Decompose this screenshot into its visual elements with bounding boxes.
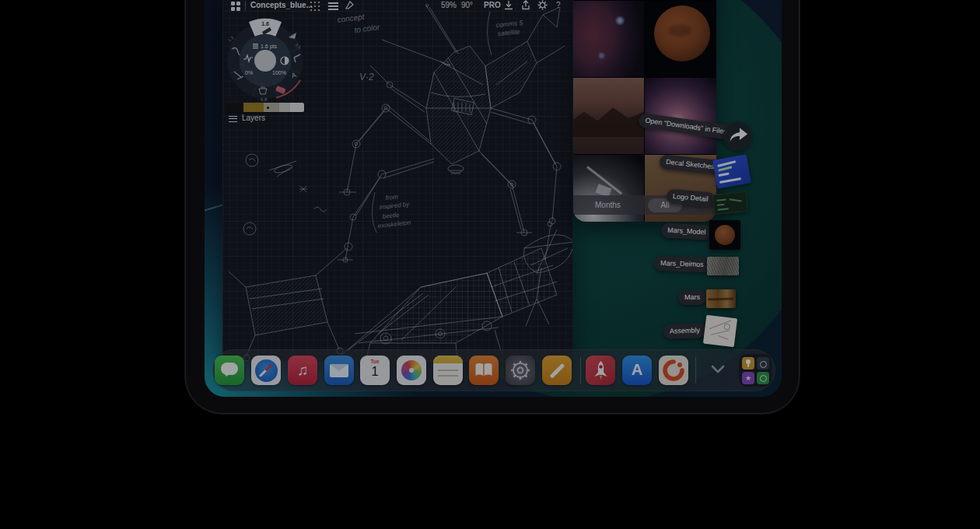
annotation-exo: exoskeleton <box>377 219 411 229</box>
dock-divider-2 <box>695 357 696 384</box>
drag-thumb-mars-model[interactable] <box>709 220 740 250</box>
dock-music-icon[interactable]: ♫ <box>288 356 317 385</box>
dock-suggestions-cluster[interactable]: ★ <box>739 354 772 387</box>
concepts-toolbar: Concepts_blue... 59% 90° PRO <box>222 0 572 15</box>
share-drop-icon[interactable] <box>723 122 752 151</box>
menu-icon[interactable] <box>328 2 338 10</box>
rotation-angle[interactable]: 90° <box>461 1 473 9</box>
dock-photos-icon[interactable] <box>397 356 426 385</box>
dock-safari-icon[interactable] <box>251 356 281 385</box>
pen-tool-icon[interactable] <box>345 0 355 10</box>
drag-thumb-assembly[interactable] <box>703 315 737 348</box>
import-icon[interactable] <box>504 0 513 10</box>
photo-mars-globe[interactable] <box>645 1 716 77</box>
dock-rocket-icon[interactable] <box>586 356 615 385</box>
drag-label-assembly[interactable]: Assembly <box>663 323 707 339</box>
annotation-tocolor: to color <box>354 23 381 34</box>
photos-app-window: Months All <box>573 0 716 222</box>
pro-badge[interactable]: PRO <box>484 1 501 9</box>
dock-books-icon[interactable] <box>469 356 499 385</box>
photo-mars-landscape[interactable] <box>573 78 644 154</box>
photo-grid <box>573 1 716 222</box>
annotation-satellite: satellite <box>497 27 520 37</box>
document-title[interactable]: Concepts_blue... <box>250 1 313 9</box>
mini-camera-icon <box>757 357 769 370</box>
annotation-inspired: inspired by <box>379 201 410 211</box>
layers-icon <box>229 116 237 122</box>
dock-settings-icon[interactable] <box>506 356 535 385</box>
help-icon[interactable]: ? <box>556 1 561 9</box>
ipad-device: concept to color V·2 comms 5 satellite f… <box>185 0 800 414</box>
home-grid-icon[interactable] <box>231 2 240 11</box>
tool-wheel[interactable]: 1.6 1.3 3.5 A <box>222 16 308 103</box>
zoom-level[interactable]: 59% <box>441 1 457 9</box>
layers-button[interactable]: Layers <box>229 113 283 125</box>
dock-messages-icon[interactable] <box>215 356 244 385</box>
ipad-screen: concept to color V·2 comms 5 satellite f… <box>205 0 782 397</box>
wheel-bottom-size: 6.8 <box>261 97 268 102</box>
drag-label-mars-model[interactable]: Mars_Model <box>661 222 712 240</box>
annotation-beetle: beetle <box>382 212 400 220</box>
dock-pages-icon[interactable] <box>542 356 572 385</box>
drag-label-mars[interactable]: Mars <box>678 290 706 305</box>
concepts-app-window: concept to color V·2 comms 5 satellite f… <box>222 0 572 362</box>
stage: concept to color V·2 comms 5 satellite f… <box>0 0 980 529</box>
wheel-size-label: 1.6 pts <box>261 44 278 50</box>
color-palette-bar[interactable] <box>226 103 304 112</box>
annotation-v2: V·2 <box>359 72 374 82</box>
grid-settings-icon[interactable] <box>310 2 320 11</box>
drag-thumb-decal[interactable] <box>712 154 751 188</box>
dock-notes-icon[interactable] <box>433 356 463 385</box>
photo-horsehead-nebula[interactable] <box>573 1 644 77</box>
drag-thumb-mars-deimos[interactable] <box>707 257 739 275</box>
dock-concepts-icon[interactable] <box>659 356 688 385</box>
drag-thumb-logo[interactable] <box>712 191 748 215</box>
wheel-opacity-max: 100% <box>272 70 286 75</box>
mini-green-icon <box>757 372 769 384</box>
dock-calendar-icon[interactable]: Tue 1 <box>360 356 390 385</box>
segment-months[interactable]: Months <box>595 201 621 209</box>
annotation-from: from <box>385 193 398 201</box>
calendar-day: 1 <box>360 364 390 380</box>
calendar-weekday: Tue <box>360 359 390 364</box>
dock-chevron-down[interactable] <box>710 363 726 374</box>
mini-star-icon: ★ <box>742 372 754 384</box>
dock-mail-icon[interactable] <box>324 356 354 385</box>
drag-thumb-mars[interactable] <box>706 289 736 308</box>
mini-tips-icon <box>742 357 754 370</box>
settings-gear-icon[interactable] <box>537 0 548 10</box>
wheel-opacity-min: 0% <box>245 70 253 75</box>
export-icon[interactable] <box>521 0 530 10</box>
layers-label: Layers <box>242 114 265 122</box>
wheel-selected-size: 1.6 <box>261 21 269 26</box>
dock-appstore-icon[interactable]: A <box>622 356 652 385</box>
drag-label-mars-deimos[interactable]: Mars_Deimos <box>654 256 710 272</box>
dock-divider <box>580 357 581 384</box>
